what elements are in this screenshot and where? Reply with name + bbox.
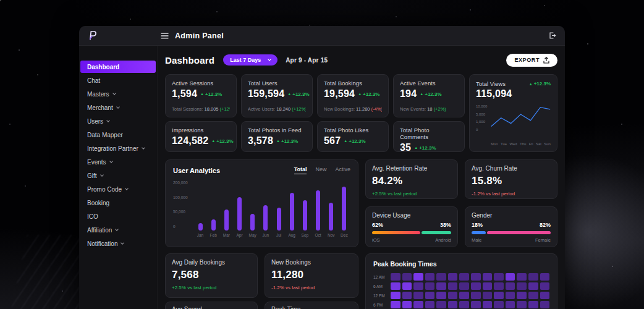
stat-value-row: 35▲ +12.3%: [400, 142, 458, 152]
axis-tick-label: Aug: [288, 233, 295, 237]
total-views-header: Total Views ▲+12.3%: [476, 80, 551, 87]
user-analytics-bars: JanFebMarAprMayJunJulAugSepOctNovDec: [194, 180, 350, 237]
heatmap-cell: [402, 273, 412, 281]
heatmap-cell: [540, 273, 550, 281]
bar-rect: [263, 205, 268, 231]
menu-icon[interactable]: [161, 33, 169, 39]
chevron-down-icon: [125, 187, 129, 190]
sidebar-item-affiliation[interactable]: Affiliation: [80, 224, 156, 236]
export-button[interactable]: EXPORT: [506, 54, 557, 67]
heatmap-cell: [425, 282, 435, 290]
tab-new[interactable]: New: [315, 166, 326, 174]
sidebar-item-label: Chat: [87, 77, 100, 84]
bar-rect: [342, 187, 346, 231]
heatmap-cell: [540, 292, 550, 299]
sidebar-item-ico[interactable]: ICO: [80, 210, 156, 222]
tab-active[interactable]: Active: [335, 166, 350, 174]
stat-label: Impressions: [172, 127, 230, 133]
stat-label: Total Photo Likes: [324, 127, 382, 133]
change-text: +12.3%: [425, 91, 441, 97]
heatmap-cell: [517, 301, 527, 308]
sidebar-item-label: Merchant: [87, 104, 113, 111]
device-right-pct: 38%: [440, 222, 451, 228]
bar-rect: [303, 200, 307, 231]
stat-label: Active Sessions: [172, 80, 230, 87]
sidebar-item-dashboard[interactable]: Dashboard: [80, 61, 156, 73]
heatmap-cell: [494, 273, 504, 281]
axis-tick-label: 100,000: [173, 195, 190, 200]
stat-value: 35: [400, 142, 411, 152]
period-dropdown[interactable]: Last 7 Days: [223, 54, 278, 66]
heatmap-cell: [413, 282, 423, 290]
heatmap-cell: [436, 282, 446, 290]
heatmap-cell: [391, 273, 400, 281]
heatmap-cell: [402, 292, 412, 299]
views-line-chart: 10,0005,0001,0000: [476, 104, 551, 140]
heatmap-cell: [448, 292, 458, 299]
sidebar-item-integration-partner[interactable]: Integration Partner: [80, 142, 156, 154]
heatmap-cell: [528, 292, 538, 299]
axis-tick-label: Mar: [223, 233, 230, 237]
axis-tick-label: Apr: [236, 233, 242, 237]
heatmap-cell: [425, 273, 435, 281]
heatmap-cell: [528, 301, 538, 308]
change-badge: ▲ +12.3%: [414, 145, 436, 151]
logout-icon[interactable]: [548, 32, 556, 40]
sidebar-item-notification[interactable]: Notification: [80, 237, 156, 250]
new-bookings-card: New Bookings 11,280 -1.2% vs last period: [265, 253, 358, 298]
sidebar-item-chat[interactable]: Chat: [80, 74, 156, 87]
sidebar-item-booking[interactable]: Booking: [80, 197, 156, 209]
card-title: Peak Booking Times: [373, 260, 549, 268]
heatmap-cell: [494, 301, 504, 308]
stat-card: Active Sessions1,594▲ +12.3%Total Sessio…: [165, 74, 237, 117]
chevron-down-icon: [268, 57, 271, 61]
card-title: User Analytics: [173, 167, 220, 174]
change-text: +12.3%: [349, 138, 365, 144]
device-right-name: Android: [435, 237, 451, 243]
heatmap-row-label: 12 AM: [373, 275, 389, 279]
sidebar-item-label: Integration Partner: [87, 145, 138, 152]
heatmap-cell: [448, 282, 458, 290]
heatmap-row-label: 12 PM: [373, 294, 389, 298]
heatmap-cell: [425, 292, 435, 299]
stat-label: Total Photos in Feed: [248, 127, 306, 133]
heatmap-cell: [506, 301, 515, 308]
sidebar-item-data-mapper[interactable]: Data Mapper: [80, 129, 156, 141]
page-header: Dashboard Last 7 Days Apr 9 - Apr 15 EXP…: [165, 53, 557, 67]
sidebar-item-events[interactable]: Events: [80, 156, 156, 168]
sidebar-item-label: Users: [87, 118, 103, 125]
change-text: +12.3%: [205, 91, 222, 97]
change-badge: ▲+12.3%: [529, 81, 551, 87]
stat-value-row: 3,578▲ +12.3%: [248, 135, 306, 146]
date-range: Apr 9 - Apr 15: [286, 57, 328, 64]
gender-card: Gender 18% 82% Male Female: [465, 206, 557, 247]
topbar: Admin Panel: [79, 26, 565, 46]
up-triangle-icon: ▲: [287, 92, 291, 96]
heatmap-cell: [483, 273, 493, 281]
stat-value-row: 159,594▲ +12.3%: [248, 88, 306, 99]
sidebar-item-promo-code[interactable]: Promo Code: [80, 183, 156, 195]
axis-tick-label: 1,000: [476, 120, 488, 124]
brand-logo[interactable]: [79, 30, 158, 41]
device-usage-card: Device Usage 62% 38% iOS Android: [365, 206, 458, 247]
heatmap-cell: [494, 282, 504, 290]
sidebar-item-gift[interactable]: Gift: [80, 169, 156, 182]
device-left-name: iOS: [372, 237, 380, 243]
bar-rect: [290, 193, 294, 231]
bars-yticks: 200,000100,00050,0000: [173, 180, 190, 229]
tab-total[interactable]: Total: [294, 166, 307, 174]
stat-value-row: 567▲ +12.3%: [324, 135, 382, 146]
stat-sub-value: 18,005: [203, 106, 219, 112]
heatmap-cell: [391, 292, 400, 299]
sidebar-item-users[interactable]: Users: [80, 115, 156, 127]
gender-percentages: 18% 82%: [472, 222, 551, 228]
change-badge: ▲ +12.3%: [211, 138, 233, 144]
export-button-label: EXPORT: [514, 57, 540, 63]
axis-tick-label: 0: [476, 128, 488, 132]
sidebar-item-merchant[interactable]: Merchant: [80, 101, 156, 114]
axis-tick-label: Jul: [276, 233, 281, 237]
sidebar-item-masters[interactable]: Masters: [80, 88, 156, 100]
user-analytics-header: User Analytics Total New Active: [173, 166, 350, 174]
axis-tick-label: Dec: [341, 233, 348, 237]
axis-tick-label: Jun: [263, 233, 269, 237]
